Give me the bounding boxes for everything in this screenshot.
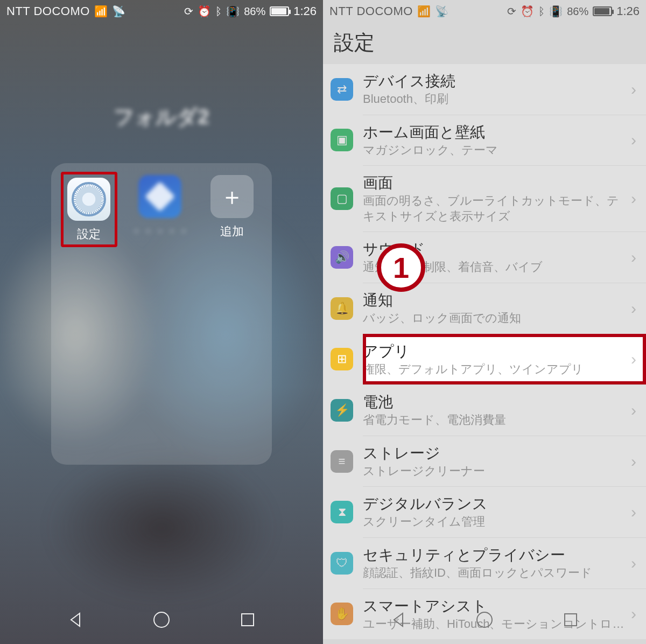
clock: 1:26	[616, 4, 640, 18]
settings-row-device-connection[interactable]: ⇄デバイス接続Bluetooth、印刷›	[323, 64, 646, 115]
row-title: アプリ	[363, 342, 627, 361]
page-title: 設定	[323, 23, 646, 64]
wifi-icon: 📡	[112, 5, 125, 18]
battery-icon	[593, 6, 612, 16]
apps-icon: ⊞	[331, 348, 353, 370]
storage-icon: ≡	[331, 450, 353, 473]
home-folder-screen: NTT DOCOMO 📶 📡 ⟳ ⏰ ᛒ 📳 86% 1:26 フォルダ2 設定…	[0, 0, 323, 644]
svg-point-0	[154, 612, 169, 627]
row-title: セキュリティとプライバシー	[363, 545, 627, 564]
settings-row-battery[interactable]: ⚡電池省電力モード、電池消費量›	[363, 384, 646, 436]
folder-title[interactable]: フォルダ2	[0, 103, 323, 131]
row-subtitle: Bluetooth、印刷	[363, 92, 627, 107]
settings-row-storage[interactable]: ≡ストレージストレージクリーナー›	[363, 436, 646, 487]
app-settings-label: 設定	[77, 226, 101, 242]
app-blurred-label: ・・・・・	[130, 223, 189, 240]
row-subtitle: 顔認証、指紋ID、画面ロックとパスワード	[363, 565, 627, 581]
alarm-icon: ⏰	[521, 5, 534, 18]
app-settings[interactable]: 設定	[61, 172, 117, 247]
row-subtitle: 画面の明るさ、ブルーライトカットモード、テキストサイズと表示サイズ	[363, 193, 627, 224]
carrier-label: NTT DOCOMO	[329, 4, 413, 18]
row-subtitle: マガジンロック、テーマ	[363, 143, 627, 158]
add-app-label: 追加	[220, 223, 244, 240]
battery-percent: 86%	[567, 5, 588, 18]
sync-icon: ⟳	[184, 5, 193, 18]
row-subtitle: 権限、デフォルトアプリ、ツインアプリ	[363, 362, 627, 377]
sync-icon: ⟳	[507, 5, 516, 18]
alarm-icon: ⏰	[198, 5, 211, 18]
row-subtitle: ストレージクリーナー	[363, 464, 627, 479]
settings-row-display[interactable]: ▢画面画面の明るさ、ブルーライトカットモード、テキストサイズと表示サイズ›	[363, 165, 646, 232]
settings-screen: NTT DOCOMO 📶 📡 ⟳ ⏰ ᛒ 📳 86% 1:26 設定 ⇄デバイス…	[323, 0, 646, 644]
plus-icon: ＋	[210, 175, 254, 218]
add-app-button[interactable]: ＋ 追加	[205, 175, 260, 240]
svg-rect-1	[242, 614, 254, 626]
nav-back-button[interactable]	[66, 610, 86, 630]
nav-home-button[interactable]	[474, 610, 495, 630]
wifi-icon: 📡	[435, 5, 448, 18]
nav-home-button[interactable]	[151, 610, 172, 630]
row-title: 画面	[363, 173, 627, 192]
settings-list[interactable]: ⇄デバイス接続Bluetooth、印刷›▣ホーム画面と壁紙マガジンロック、テーマ…	[323, 64, 646, 639]
settings-row-apps[interactable]: ⊞アプリ権限、デフォルトアプリ、ツインアプリ›	[363, 334, 646, 385]
row-title: 通知	[363, 291, 627, 310]
chevron-right-icon: ›	[627, 190, 636, 208]
chevron-right-icon: ›	[627, 80, 636, 99]
row-title: 電池	[363, 393, 627, 411]
vibrate-icon: 📳	[549, 5, 563, 18]
chevron-right-icon: ›	[627, 350, 636, 368]
clock: 1:26	[293, 4, 317, 18]
row-title: デバイス接続	[363, 72, 627, 90]
chevron-right-icon: ›	[627, 554, 636, 572]
battery-icon: ⚡	[331, 399, 353, 422]
row-title: デジタルバランス	[363, 494, 627, 513]
row-subtitle: 省電力モード、電池消費量	[363, 412, 627, 428]
svg-point-2	[477, 612, 492, 627]
nav-recent-button[interactable]	[560, 610, 581, 630]
battery-percent: 86%	[244, 5, 265, 18]
bluetooth-icon: ᛒ	[538, 5, 545, 18]
chevron-right-icon: ›	[627, 131, 636, 149]
chevron-right-icon: ›	[627, 503, 636, 521]
home-wallpaper-icon: ▣	[331, 129, 353, 151]
security-icon: 🛡	[331, 552, 353, 575]
status-bar-left: NTT DOCOMO 📶 📡 ⟳ ⏰ ᛒ 📳 86% 1:26	[0, 0, 323, 23]
svg-rect-3	[565, 614, 577, 626]
nav-recent-button[interactable]	[237, 610, 258, 630]
row-title: ホーム画面と壁紙	[363, 123, 627, 142]
notifications-icon: 🔔	[331, 297, 353, 320]
digital-balance-icon: ⧗	[331, 501, 353, 523]
settings-icon	[67, 178, 110, 221]
signal-icon: 📶	[417, 5, 431, 18]
settings-row-security[interactable]: 🛡セキュリティとプライバシー顔認証、指紋ID、画面ロックとパスワード›	[363, 537, 646, 589]
row-subtitle: バッジ、ロック画面での通知	[363, 311, 627, 326]
app-blurred[interactable]: ・・・・・	[130, 175, 189, 240]
row-title: ストレージ	[363, 444, 627, 463]
nav-bar-left	[0, 596, 323, 644]
vibrate-icon: 📳	[226, 5, 240, 18]
folder-panel: 設定 ・・・・・ ＋ 追加	[51, 163, 272, 465]
carrier-label: NTT DOCOMO	[6, 4, 90, 18]
settings-row-home-wallpaper[interactable]: ▣ホーム画面と壁紙マガジンロック、テーマ›	[363, 115, 646, 166]
blurred-app-icon	[138, 175, 181, 218]
status-bar-right: NTT DOCOMO 📶 📡 ⟳ ⏰ ᛒ 📳 86% 1:26	[323, 0, 646, 23]
display-icon: ▢	[331, 187, 353, 210]
bluetooth-icon: ᛒ	[215, 5, 222, 18]
row-subtitle: スクリーンタイム管理	[363, 514, 627, 530]
chevron-right-icon: ›	[627, 299, 636, 318]
chevron-right-icon: ›	[627, 248, 636, 267]
nav-bar-right	[323, 596, 646, 644]
sound-icon: 🔊	[331, 246, 353, 269]
chevron-right-icon: ›	[627, 401, 636, 419]
chevron-right-icon: ›	[627, 452, 636, 471]
annotation-step-1: 1	[377, 243, 425, 292]
device-connection-icon: ⇄	[331, 78, 353, 101]
battery-icon	[270, 6, 289, 16]
settings-row-digital-balance[interactable]: ⧗デジタルバランススクリーンタイム管理›	[363, 486, 646, 537]
signal-icon: 📶	[94, 5, 108, 18]
nav-back-button[interactable]	[389, 610, 409, 630]
